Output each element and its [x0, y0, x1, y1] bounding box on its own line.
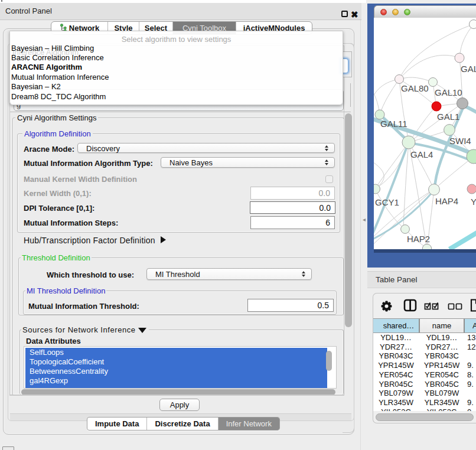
svg-text:GAL10: GAL10 [435, 87, 462, 97]
svg-text:SWI4: SWI4 [449, 136, 471, 146]
svg-text:HAP4: HAP4 [435, 196, 458, 206]
svg-text:Y: Y [471, 197, 476, 207]
svg-text:GAL2: GAL2 [461, 64, 476, 74]
svg-text:GAL80: GAL80 [401, 83, 429, 93]
svg-text:HAP2: HAP2 [407, 234, 430, 244]
svg-text:GAL11: GAL11 [380, 119, 407, 129]
svg-text:GCY1: GCY1 [375, 197, 399, 207]
svg-text:GAL4: GAL4 [410, 149, 433, 159]
svg-text:GAL1: GAL1 [437, 112, 459, 122]
